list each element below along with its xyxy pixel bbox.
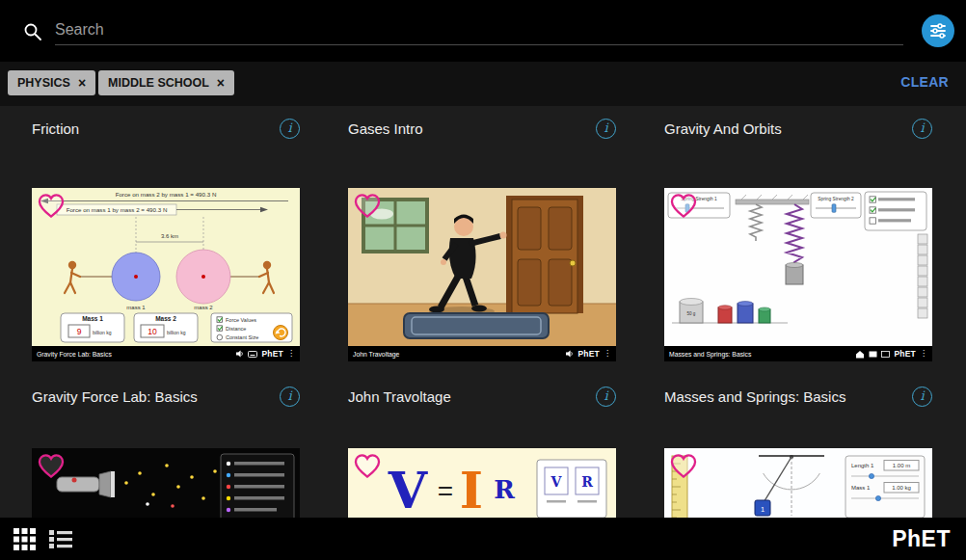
formula-panel: V R	[537, 460, 606, 518]
chip-label: PHYSICS	[17, 76, 70, 90]
mass2-control-panel: Mass 2 10 billion kg	[134, 313, 198, 342]
filter-chip-physics[interactable]: PHYSICS ×	[8, 70, 95, 95]
sim-card-masses-and-springs-basics[interactable]: Spring Strength 1 Spring Strength 2	[664, 188, 932, 361]
favorite-heart-button[interactable]	[37, 193, 66, 219]
svg-text:R: R	[494, 475, 515, 504]
kebab-menu-icon: ⋮	[604, 350, 611, 358]
sim-card-john-travoltage[interactable]: John Travoltage PhET ⋮	[348, 188, 616, 361]
svg-text:1.00 kg: 1.00 kg	[892, 485, 911, 491]
svg-text:Spring Strength 2: Spring Strength 2	[818, 197, 854, 201]
svg-text:10: 10	[148, 327, 157, 336]
sim-thumbnail-title: Masses and Springs: Basics	[669, 351, 751, 358]
pendulum-bob: 1	[755, 500, 770, 516]
svg-text:Force Values: Force Values	[226, 317, 256, 323]
heart-icon	[353, 453, 382, 479]
sim-title-gravity-and-orbits[interactable]: Gravity And Orbits	[664, 120, 782, 137]
filter-chips-bar: PHYSICS × MIDDLE SCHOOL × CLEAR	[0, 62, 966, 106]
kebab-menu-icon: ⋮	[287, 350, 295, 358]
favorite-heart-button[interactable]	[669, 453, 698, 479]
info-icon: i	[287, 389, 291, 402]
grid-view-icon	[13, 528, 36, 550]
chip-remove-icon[interactable]: ×	[217, 76, 225, 90]
mass1-control-panel: Mass 1 9 billion kg	[61, 313, 124, 342]
search-input[interactable]	[55, 14, 903, 45]
filter-button[interactable]	[922, 14, 954, 47]
info-button[interactable]: i	[596, 387, 616, 407]
info-button[interactable]: i	[912, 387, 932, 407]
svg-text:V: V	[550, 474, 563, 490]
info-button[interactable]: i	[280, 387, 300, 407]
svg-text:Force on mass 2 by mass 1 = 49: Force on mass 2 by mass 1 = 490.3 N	[116, 191, 217, 198]
sim-title-row: John Travoltage i	[348, 386, 616, 407]
list-view-button[interactable]	[49, 529, 72, 548]
sim-title-row: Friction i	[32, 118, 300, 139]
svg-text:3.6 km: 3.6 km	[161, 233, 178, 239]
svg-text:mass 2: mass 2	[194, 305, 213, 310]
svg-text:Distance: Distance	[226, 326, 246, 332]
phet-logo: PhET	[892, 526, 951, 552]
sim-thumbnail-bar: Gravity Force Lab: Basics PhET ⋮	[32, 346, 300, 361]
reset-button	[274, 326, 288, 340]
sim-title-row: Gases Intro i	[348, 118, 616, 139]
svg-text:mass 1: mass 1	[126, 305, 146, 310]
rug	[404, 313, 549, 338]
phet-mini-logo: PhET	[577, 349, 600, 359]
results-grid: Friction i Gases Intro i Gravity And Orb…	[0, 106, 966, 560]
phet-search-page: PHYSICS × MIDDLE SCHOOL × CLEAR Friction…	[0, 0, 966, 560]
svg-text:Length 1: Length 1	[851, 463, 874, 468]
phet-mini-logo: PhET	[894, 349, 916, 359]
svg-text:billion kg: billion kg	[93, 330, 112, 335]
grid-view-button[interactable]	[13, 528, 36, 550]
kebab-menu-icon: ⋮	[920, 350, 927, 358]
filter-chip-middle-school[interactable]: MIDDLE SCHOOL ×	[98, 70, 234, 95]
pendulum-control-panel: Length 1 1.00 m Mass 1 1.00 kg	[845, 456, 925, 518]
svg-text:billion kg: billion kg	[167, 330, 186, 335]
info-button[interactable]: i	[596, 119, 616, 139]
info-icon: i	[604, 389, 607, 402]
info-icon: i	[920, 389, 924, 402]
phet-mini-logo: PhET	[261, 349, 283, 359]
svg-text:Force on mass 1 by mass 2 = 49: Force on mass 1 by mass 2 = 490.3 N	[67, 206, 168, 213]
sim-title-john-travoltage[interactable]: John Travoltage	[348, 388, 451, 405]
info-icon: i	[604, 121, 607, 134]
sim-thumbnail-title: Gravity Force Lab: Basics	[37, 351, 112, 358]
sim-title-gases-intro[interactable]: Gases Intro	[348, 120, 423, 137]
svg-text:=: =	[438, 476, 453, 506]
info-icon: i	[287, 121, 291, 134]
svg-text:I: I	[460, 461, 483, 520]
sim-title-gravity-force-lab-basics[interactable]: Gravity Force Lab: Basics	[32, 388, 198, 405]
gravity-force-lab-thumbnail-image: Force on mass 2 by mass 1 = 490.3 N Forc…	[32, 188, 300, 346]
sound-icon	[236, 350, 244, 358]
favorite-heart-button[interactable]	[353, 193, 382, 219]
sim-title-friction[interactable]: Friction	[32, 120, 79, 137]
sim-card-gravity-force-lab-basics[interactable]: Force on mass 2 by mass 1 = 490.3 N Forc…	[32, 188, 300, 361]
sim-thumbnail-title: John Travoltage	[353, 351, 399, 358]
sim-title-row: Gravity Force Lab: Basics i	[32, 386, 300, 407]
door	[506, 196, 583, 313]
sound-icon	[566, 350, 574, 358]
sim-title-masses-and-springs-basics[interactable]: Masses and Springs: Basics	[664, 388, 845, 405]
bottom-toolbar: PhET	[0, 518, 966, 560]
heart-icon	[353, 193, 382, 219]
svg-text:Constant Size: Constant Size	[226, 334, 258, 340]
masses-and-springs-thumbnail-image: Spring Strength 1 Spring Strength 2	[664, 188, 932, 346]
clear-filters-button[interactable]: CLEAR	[900, 74, 949, 90]
svg-text:Mass 1: Mass 1	[82, 315, 103, 322]
favorite-heart-button[interactable]	[353, 453, 382, 479]
heart-icon	[37, 193, 66, 219]
screen-two-icon	[881, 351, 890, 358]
favorite-heart-button[interactable]	[669, 193, 698, 219]
svg-text:9: 9	[77, 327, 82, 336]
chip-remove-icon[interactable]: ×	[78, 76, 86, 90]
screen-one-icon	[869, 351, 877, 358]
svg-text:50 g: 50 g	[687, 311, 696, 316]
favorite-heart-button[interactable]	[37, 453, 66, 479]
options-checkbox-panel	[865, 192, 926, 230]
svg-text:Mass 2: Mass 2	[155, 315, 176, 322]
hanging-mass	[786, 265, 803, 284]
sim-thumbnail-bar: John Travoltage PhET ⋮	[348, 346, 616, 361]
info-button[interactable]: i	[280, 119, 300, 139]
sim-title-row: Masses and Springs: Basics i	[664, 386, 932, 407]
info-button[interactable]: i	[912, 119, 932, 139]
info-icon: i	[920, 121, 924, 134]
